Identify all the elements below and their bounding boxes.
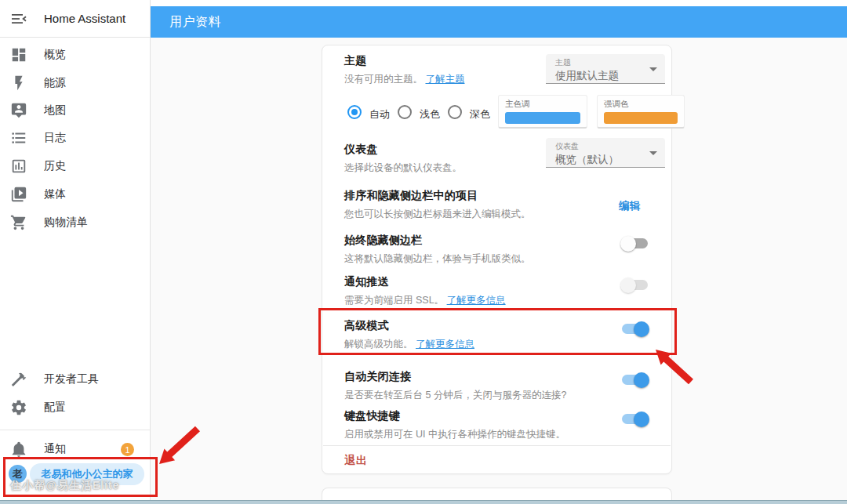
page-title: 用户资料 [169,14,221,31]
advanced-mode-row: 高级模式 解锁高级功能。 了解更多信息 [344,319,659,351]
sidebar-item-label: 媒体 [44,187,66,201]
hammer-icon [10,371,27,388]
hide-sidebar-title: 始终隐藏侧边栏 [344,234,659,248]
sidebar-item-logbook[interactable]: 日志 [0,124,150,152]
sidebar-item-label: 能源 [44,76,66,90]
edit-button[interactable]: 编辑 [619,199,640,213]
dropdown-caret-icon [649,151,657,155]
auto-close-toggle[interactable] [622,375,648,385]
sidebar-item-map[interactable]: 地图 [0,96,150,125]
swatch-label: 主色调 [505,99,580,110]
keyboard-shortcuts-toggle[interactable] [622,414,648,424]
home-assistant-window: 用户资料 Home Assistant 概览 能源 地图 日志 历史 [0,0,847,504]
select-value: 概览（默认） [555,153,657,167]
shopping-cart-icon [10,214,27,231]
app-bar: 用户资料 [151,6,847,38]
sidebar-item-label: 日志 [44,131,66,145]
sidebar-item-developer-tools[interactable]: 开发者工具 [0,365,150,393]
radio-dark-label: 深色 [470,107,490,121]
hide-sidebar-toggle[interactable] [622,238,648,248]
hide-sidebar-desc: 这将默认隐藏侧边栏，体验与手机版类似。 [344,252,659,266]
primary-color-bar [505,112,580,124]
sidebar-item-label: 概览 [44,48,66,62]
learn-theme-link[interactable]: 了解主题 [425,74,464,85]
sidebar: Home Assistant 概览 能源 地图 日志 历史 媒体 购物清单 [0,0,151,500]
keyboard-shortcuts-desc: 启用或禁用可在 UI 中执行各种操作的键盘快捷键。 [344,428,659,441]
primary-color-swatch[interactable]: 主色调 [498,95,587,129]
list-bulleted-icon [10,129,27,147]
keyboard-shortcuts-title: 键盘快捷键 [344,409,659,423]
radio-auto[interactable] [347,105,362,119]
dashboard-select[interactable]: 仪表盘 概览（默认） [546,138,665,168]
sidebar-item-label: 开发者工具 [44,372,99,386]
push-toggle[interactable] [622,280,648,290]
sidebar-item-label: 地图 [44,103,66,118]
hide-sidebar-row: 始终隐藏侧边栏 这将默认隐藏侧边栏，体验与手机版类似。 [344,234,659,266]
sidebar-item-history[interactable]: 历史 [0,152,150,180]
learn-more-link[interactable]: 了解更多信息 [447,295,506,306]
push-desc: 需要为前端启用 SSL。 了解更多信息 [344,294,659,307]
accent-color-swatch[interactable]: 强调色 [597,95,685,129]
auto-close-title: 自动关闭连接 [344,370,659,384]
keyboard-shortcuts-row: 键盘快捷键 启用或禁用可在 UI 中执行各种操作的键盘快捷键。 [344,409,659,441]
sidebar-item-overview[interactable]: 概览 [0,41,150,69]
lightning-bolt-icon [10,74,27,92]
radio-light-label: 浅色 [420,107,440,121]
gear-icon [10,399,27,416]
radio-auto-label: 自动 [369,107,390,121]
notification-badge: 1 [121,443,134,456]
sidebar-item-label: 通知 [44,442,66,456]
push-notifications-row: 通知推送 需要为前端启用 SSL。 了解更多信息 [344,275,659,307]
profile-settings-card: 主题 没有可用的主题。 了解主题 主题 使用默认主题 自动 浅色 深色 主色调 [322,45,672,474]
select-label: 主题 [555,57,657,68]
select-label: 仪表盘 [555,141,657,152]
chart-box-icon [10,158,27,175]
watermark-text: 住小帮@易生活Elite [10,479,119,493]
sidebar-item-shopping-list[interactable]: 购物清单 [0,208,150,237]
sidebar-item-energy[interactable]: 能源 [0,69,150,97]
sidebar-toggle-icon[interactable] [9,9,28,28]
select-value: 使用默认主题 [555,69,657,83]
auto-close-row: 自动关闭连接 是否要在转至后台 5 分钟后，关闭与服务器的连接? [344,370,659,402]
sidebar-item-label: 历史 [44,159,66,173]
map-tooltip-icon [10,102,27,119]
sidebar-edit-row: 排序和隐藏侧边栏中的项目 您也可以长按侧边栏标题来进入编辑模式。 编辑 [344,189,659,221]
sidebar-item-configuration[interactable]: 配置 [0,393,150,422]
logout-button[interactable]: 退出 [344,454,368,468]
advanced-mode-desc: 解锁高级功能。 了解更多信息 [344,338,659,351]
bottom-edge-strip [0,500,847,504]
learn-more-link[interactable]: 了解更多信息 [416,339,474,350]
view-dashboard-icon [10,46,27,63]
swatch-label: 强调色 [604,99,678,110]
card-divider [323,445,671,446]
bell-icon [10,441,27,458]
accent-color-bar [604,112,678,124]
dropdown-caret-icon [649,67,657,71]
radio-light[interactable] [398,105,412,119]
sidebar-edit-title: 排序和隐藏侧边栏中的项目 [344,189,659,203]
advanced-mode-title: 高级模式 [344,319,659,333]
sidebar-item-label: 购物清单 [44,216,88,230]
media-play-box-icon [10,186,27,203]
theme-select[interactable]: 主题 使用默认主题 [546,54,665,84]
sidebar-edit-desc: 您也可以长按侧边栏标题来进入编辑模式。 [344,208,659,221]
sidebar-header: Home Assistant [0,0,150,38]
sidebar-item-label: 配置 [44,401,66,415]
advanced-mode-toggle[interactable] [622,324,648,334]
theme-mode-row: 自动 浅色 深色 主色调 强调色 [344,95,659,131]
radio-dark[interactable] [448,105,462,119]
auto-close-desc: 是否要在转至后台 5 分钟后，关闭与服务器的连接? [344,389,659,402]
app-title: Home Assistant [44,12,125,25]
next-card-partial [322,488,672,501]
sidebar-item-media[interactable]: 媒体 [0,180,150,208]
sidebar-divider [0,430,150,430]
push-title: 通知推送 [344,275,659,289]
